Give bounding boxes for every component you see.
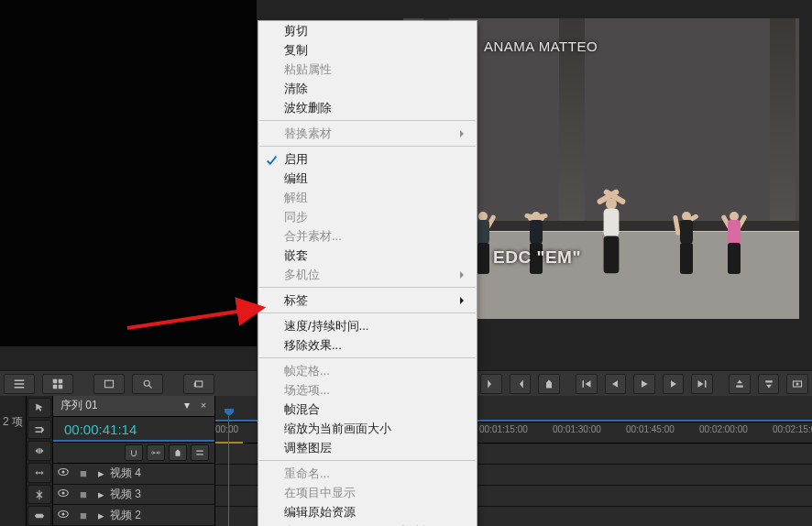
menu-paste-attributes: 粘贴属性 [258,60,477,79]
step-back-button[interactable] [605,374,627,394]
video-overlay-line2: ANAMA MATTEO [484,38,598,288]
razor-tool[interactable] [27,485,51,505]
mark-out-button[interactable] [510,374,532,394]
menu-ripple-delete[interactable]: 波纹删除 [258,98,477,117]
collapse-icon[interactable]: ▸ [93,466,108,480]
icon-view-button[interactable] [42,374,73,394]
collapse-icon[interactable]: ▸ [93,488,108,501]
program-transport-bar [477,370,812,398]
timeline-tools-column [27,396,53,526]
track-select-tool[interactable] [27,420,51,440]
track-row-v4[interactable]: ■ ▸ 视频 4 [53,464,214,485]
svg-rect-11 [194,383,196,388]
sequence-tab-label: 序列 01 [60,398,98,413]
mark-in-button[interactable] [480,374,502,394]
project-control-bar [0,370,257,398]
collapse-icon[interactable]: ▸ [93,509,108,522]
menu-rename: 重命名... [258,464,477,483]
svg-rect-10 [195,381,203,387]
clip-context-menu: 剪切 复制 粘贴属性 清除 波纹删除 替换素材 启用 编组 解组 同步 合并素材… [258,20,477,526]
menu-remove-effects[interactable]: 移除效果... [258,335,477,355]
svg-rect-1 [15,383,25,385]
menu-group[interactable]: 编组 [258,169,477,188]
svg-rect-13 [705,380,707,388]
timeline-options-row [53,443,214,464]
menu-ungroup: 解组 [258,188,477,207]
export-frame-button[interactable] [786,374,808,394]
menu-reveal-in-project: 在项目中显示 [258,483,477,502]
menu-speed-duration[interactable]: 速度/持续时间... [258,316,477,335]
track-row-v2[interactable]: ■ ▸ 视频 2 [53,505,214,526]
svg-point-23 [61,491,64,494]
snap-toggle[interactable] [125,444,143,461]
svg-rect-5 [53,385,58,389]
step-forward-button[interactable] [663,374,685,394]
left-black-panel [0,0,258,346]
close-tab-button[interactable]: × [198,400,209,411]
track-row-v3[interactable]: ■ ▸ 视频 3 [53,485,214,506]
linked-selection-toggle[interactable] [147,444,165,461]
menu-adjustment-layer[interactable]: 调整图层 [258,438,477,457]
timeline-timecode[interactable]: 00:00:41:14 [53,417,214,444]
menu-edit-original[interactable]: 编辑原始资源 [258,502,477,521]
add-marker-button[interactable] [538,374,560,394]
svg-point-21 [61,471,64,474]
menu-replace-footage: 替换素材 [258,124,477,143]
svg-point-8 [144,380,149,386]
settings-toggle[interactable] [191,444,209,461]
timeline-track-header: 序列 01 ▾ × 00:00:41:14 ■ ▸ 视频 4 ■ [53,396,215,526]
menu-cut[interactable]: 剪切 [258,21,477,40]
menu-frame-blend[interactable]: 帧混合 [258,400,477,419]
rate-stretch-tool[interactable] [27,463,51,483]
find-button[interactable] [132,374,163,394]
eye-icon[interactable] [53,508,73,523]
lock-icon[interactable]: ■ [73,509,93,522]
playhead[interactable] [228,416,229,526]
eye-icon[interactable] [53,466,73,481]
menu-frame-hold: 帧定格... [258,361,477,380]
track-label: 视频 2 [108,508,214,523]
svg-rect-0 [15,380,25,382]
menu-nest[interactable]: 嵌套 [258,246,477,265]
check-icon [266,153,278,165]
panel-menu-icon[interactable]: ▾ [181,400,192,411]
track-label: 视频 3 [108,487,214,502]
menu-edit-in-photoshop: 在 Adobe Photoshop 中编辑 [258,521,477,526]
lift-button[interactable] [729,374,751,394]
ripple-edit-tool[interactable] [27,441,51,461]
track-label: 视频 4 [108,466,214,481]
menu-multicam: 多机位 [258,265,477,284]
eye-icon[interactable] [53,487,73,502]
auto-sequence-button[interactable] [93,374,125,394]
menu-copy[interactable]: 复制 [258,40,477,60]
svg-rect-4 [59,379,63,384]
svg-point-15 [796,383,799,386]
go-to-out-button[interactable] [691,374,713,394]
svg-rect-6 [59,385,63,389]
lock-icon[interactable]: ■ [73,466,93,480]
marker-toggle[interactable] [169,444,187,461]
svg-rect-12 [582,380,584,388]
sequence-tab[interactable]: 序列 01 ▾ × [53,396,214,417]
svg-rect-18 [196,451,203,452]
svg-rect-2 [15,387,25,389]
slip-tool[interactable] [27,506,51,526]
play-button[interactable] [633,374,655,394]
menu-clear[interactable]: 清除 [258,79,477,98]
svg-line-9 [149,386,152,389]
menu-scale-to-frame[interactable]: 缩放为当前画面大小 [258,419,477,438]
extract-button[interactable] [758,374,780,394]
project-item-count: 2 项 [0,396,27,526]
menu-label[interactable]: 标签 [258,290,477,310]
menu-enable[interactable]: 启用 [258,149,477,169]
list-view-button[interactable] [4,374,35,394]
new-bin-button[interactable] [183,374,214,394]
menu-synchronize: 同步 [258,207,477,226]
svg-rect-3 [53,379,58,384]
go-to-in-button[interactable] [576,374,598,394]
menu-field-options: 场选项... [258,380,477,400]
svg-point-25 [61,512,64,515]
lock-icon[interactable]: ■ [73,488,93,501]
svg-rect-19 [196,454,203,455]
selection-tool[interactable] [27,398,51,418]
